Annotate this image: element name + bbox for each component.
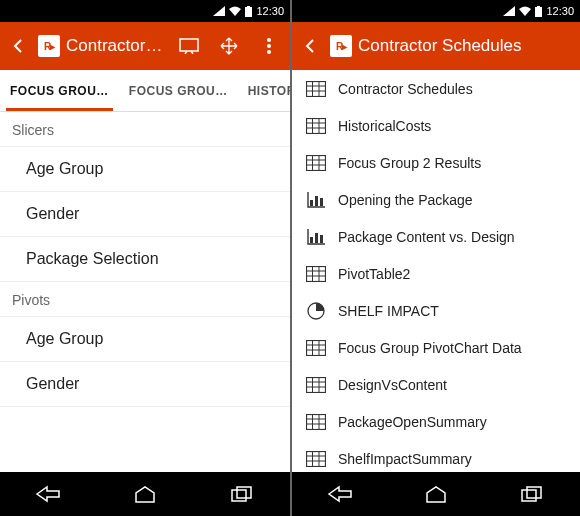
presentation-icon[interactable] [172, 29, 206, 63]
status-time: 12:30 [546, 5, 574, 17]
svg-rect-9 [537, 6, 540, 7]
sheet-item[interactable]: Focus Group 2 Results [292, 144, 580, 181]
list-item[interactable]: Gender [0, 192, 290, 237]
signal-icon [503, 6, 515, 16]
sheet-item[interactable]: Contractor Schedules [292, 70, 580, 107]
table-icon [306, 338, 326, 358]
tab-label: HISTOR [248, 84, 290, 98]
barchart-icon [306, 190, 326, 210]
app-bar: R▸ Contractor Schedules [292, 22, 580, 70]
sheet-item[interactable]: PackageOpenSummary [292, 403, 580, 440]
wifi-icon [519, 6, 531, 16]
tab-label: FOCUS GROU… [129, 84, 228, 98]
svg-rect-10 [307, 81, 326, 96]
tab-2[interactable]: HISTOR [238, 70, 290, 111]
sheet-item-label: Focus Group 2 Results [338, 155, 481, 171]
signal-icon [213, 6, 225, 16]
table-icon [306, 449, 326, 469]
list-item[interactable]: Package Selection [0, 237, 290, 282]
tab-1[interactable]: FOCUS GROU… [119, 70, 238, 111]
svg-rect-7 [237, 487, 251, 498]
nav-back-button[interactable] [28, 479, 68, 509]
app-logo-icon: R▸ [38, 35, 60, 57]
svg-rect-42 [307, 377, 326, 392]
svg-point-5 [267, 50, 271, 54]
svg-rect-8 [535, 7, 542, 17]
table-icon [306, 116, 326, 136]
status-bar: 12:30 [292, 0, 580, 22]
sheet-item[interactable]: Focus Group PivotChart Data [292, 329, 580, 366]
sheet-item-label: ShelfImpactSummary [338, 451, 472, 467]
barchart-icon [306, 227, 326, 247]
svg-rect-6 [232, 490, 246, 501]
svg-rect-57 [522, 490, 536, 501]
nav-home-button[interactable] [125, 479, 165, 509]
list-item[interactable]: Age Group [0, 317, 290, 362]
sheet-item-label: DesignVsContent [338, 377, 447, 393]
sheet-item-label: Contractor Schedules [338, 81, 473, 97]
move-icon[interactable] [212, 29, 246, 63]
sheet-item-label: HistoricalCosts [338, 118, 431, 134]
svg-rect-1 [247, 6, 250, 7]
sheet-item-label: Package Content vs. Design [338, 229, 515, 245]
sheet-item[interactable]: DesignVsContent [292, 366, 580, 403]
svg-rect-29 [315, 233, 318, 243]
svg-rect-2 [180, 39, 198, 51]
table-icon [306, 375, 326, 395]
appbar-title: Contractor Schedules [358, 36, 576, 56]
svg-rect-30 [320, 235, 323, 243]
svg-rect-37 [307, 340, 326, 355]
left-content: FOCUS GROU…FOCUS GROU…HISTOR SlicersAge … [0, 70, 290, 472]
svg-rect-20 [307, 155, 326, 170]
svg-point-4 [267, 44, 271, 48]
section-header: Slicers [0, 112, 290, 147]
sheet-item[interactable]: PivotTable2 [292, 255, 580, 292]
table-icon [306, 412, 326, 432]
svg-rect-47 [307, 414, 326, 429]
svg-rect-26 [315, 196, 318, 206]
svg-rect-31 [307, 266, 326, 281]
appbar-title: Contractor Sch… [66, 36, 166, 56]
tab-0[interactable]: FOCUS GROU… [0, 70, 119, 111]
app-logo-icon: R▸ [330, 35, 352, 57]
list-item[interactable]: Age Group [0, 147, 290, 192]
sheet-item[interactable]: Opening the Package [292, 181, 580, 218]
list-item[interactable]: Gender [0, 362, 290, 407]
tab-bar: FOCUS GROU…FOCUS GROU…HISTOR [0, 70, 290, 112]
overflow-menu-icon[interactable] [252, 29, 286, 63]
sheet-item[interactable]: HistoricalCosts [292, 107, 580, 144]
pie-icon [306, 301, 326, 321]
svg-rect-0 [245, 7, 252, 17]
status-bar: 12:30 [0, 0, 290, 22]
android-nav-bar [292, 472, 580, 516]
svg-rect-15 [307, 118, 326, 133]
sheet-item-label: PackageOpenSummary [338, 414, 487, 430]
nav-back-button[interactable] [320, 479, 360, 509]
nav-recent-button[interactable] [222, 479, 262, 509]
nav-recent-button[interactable] [512, 479, 552, 509]
phone-left: 12:30 R▸ Contractor Sch… FOCUS GROU…FOCU… [0, 0, 290, 516]
back-button[interactable] [296, 32, 324, 60]
back-button[interactable] [4, 32, 32, 60]
svg-rect-58 [527, 487, 541, 498]
phone-right: 12:30 R▸ Contractor Schedules Contractor… [290, 0, 580, 516]
sheet-item-label: SHELF IMPACT [338, 303, 439, 319]
svg-point-3 [267, 38, 271, 42]
sheet-item[interactable]: SHELF IMPACT [292, 292, 580, 329]
sheet-item-label: PivotTable2 [338, 266, 410, 282]
svg-rect-28 [310, 237, 313, 243]
tab-label: FOCUS GROU… [10, 84, 109, 98]
sheet-list: Contractor SchedulesHistoricalCostsFocus… [292, 70, 580, 472]
battery-icon [245, 6, 252, 17]
android-nav-bar [0, 472, 290, 516]
battery-icon [535, 6, 542, 17]
sheet-item[interactable]: Package Content vs. Design [292, 218, 580, 255]
svg-rect-27 [320, 198, 323, 206]
nav-home-button[interactable] [416, 479, 456, 509]
sheet-item-label: Focus Group PivotChart Data [338, 340, 522, 356]
table-icon [306, 264, 326, 284]
section-header: Pivots [0, 282, 290, 317]
wifi-icon [229, 6, 241, 16]
sheet-item[interactable]: ShelfImpactSummary [292, 440, 580, 472]
svg-rect-52 [307, 451, 326, 466]
